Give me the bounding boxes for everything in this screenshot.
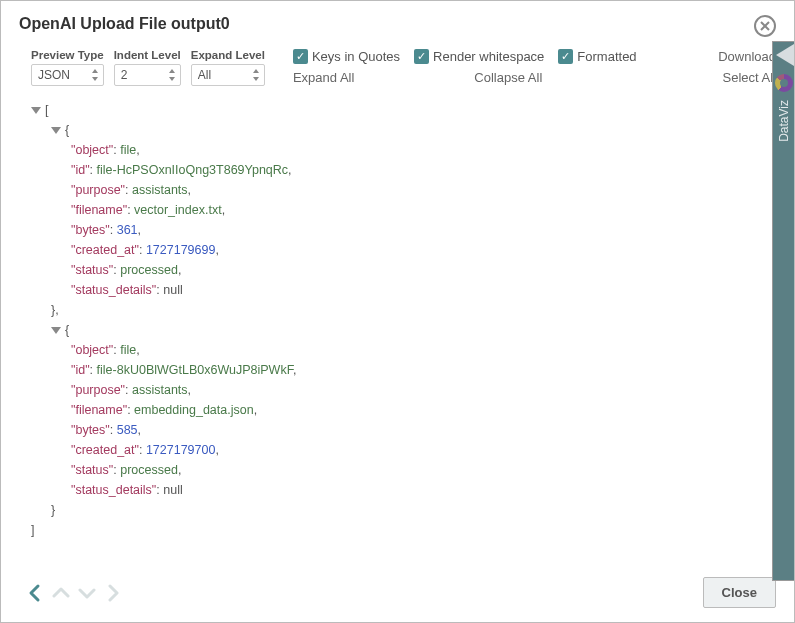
toggle-icon[interactable] [51, 127, 61, 134]
dataviz-tab[interactable]: DataViz [777, 100, 791, 142]
json-viewer: [{"object": file,"id": file-HcPSOxnIIoQn… [1, 96, 794, 567]
dialog-footer: Close [1, 567, 794, 622]
dialog-title: OpenAI Upload File output0 [19, 15, 230, 33]
render-whitespace-label: Render whitespace [433, 49, 544, 64]
nav-arrows [25, 583, 123, 603]
up-icon[interactable] [51, 583, 71, 603]
check-icon: ✓ [414, 49, 429, 64]
controls-row: Preview Type JSON Indent Level 2 Expand … [1, 43, 794, 96]
download-link[interactable]: Download [718, 49, 776, 64]
expand-all-link[interactable]: Expand All [293, 70, 354, 85]
dialog-header: OpenAI Upload File output0 [1, 1, 794, 43]
side-rail: DataViz [772, 41, 794, 581]
render-whitespace-checkbox[interactable]: ✓ Render whitespace [414, 49, 544, 64]
close-button[interactable]: Close [703, 577, 776, 608]
expand-level-value: All [198, 68, 211, 82]
toggle-icon[interactable] [31, 107, 41, 114]
formatted-checkbox[interactable]: ✓ Formatted [558, 49, 636, 64]
indent-level-value: 2 [121, 68, 128, 82]
preview-type-group: Preview Type JSON [31, 49, 104, 86]
check-icon: ✓ [293, 49, 308, 64]
check-icon: ✓ [558, 49, 573, 64]
keys-in-quotes-label: Keys in Quotes [312, 49, 400, 64]
right-links: Download Select All [718, 49, 776, 85]
dataviz-icon[interactable] [775, 74, 793, 92]
formatted-label: Formatted [577, 49, 636, 64]
select-all-link[interactable]: Select All [723, 70, 776, 85]
preview-type-label: Preview Type [31, 49, 104, 61]
preview-type-value: JSON [38, 68, 70, 82]
next-record-icon[interactable] [103, 583, 123, 603]
close-icon[interactable] [754, 15, 776, 37]
collapse-all-link[interactable]: Collapse All [474, 70, 542, 85]
rail-collapse-icon[interactable] [776, 44, 794, 66]
dialog: OpenAI Upload File output0 Preview Type … [0, 0, 795, 623]
expand-level-select[interactable]: All [191, 64, 265, 86]
prev-record-icon[interactable] [25, 583, 45, 603]
preview-type-select[interactable]: JSON [31, 64, 104, 86]
expand-level-label: Expand Level [191, 49, 265, 61]
expand-level-group: Expand Level All [191, 49, 265, 86]
indent-level-select[interactable]: 2 [114, 64, 181, 86]
json-tree: [{"object": file,"id": file-HcPSOxnIIoQn… [31, 100, 776, 540]
options-group: ✓ Keys in Quotes ✓ Render whitespace ✓ F… [293, 49, 708, 85]
down-icon[interactable] [77, 583, 97, 603]
indent-level-group: Indent Level 2 [114, 49, 181, 86]
indent-level-label: Indent Level [114, 49, 181, 61]
keys-in-quotes-checkbox[interactable]: ✓ Keys in Quotes [293, 49, 400, 64]
toggle-icon[interactable] [51, 327, 61, 334]
